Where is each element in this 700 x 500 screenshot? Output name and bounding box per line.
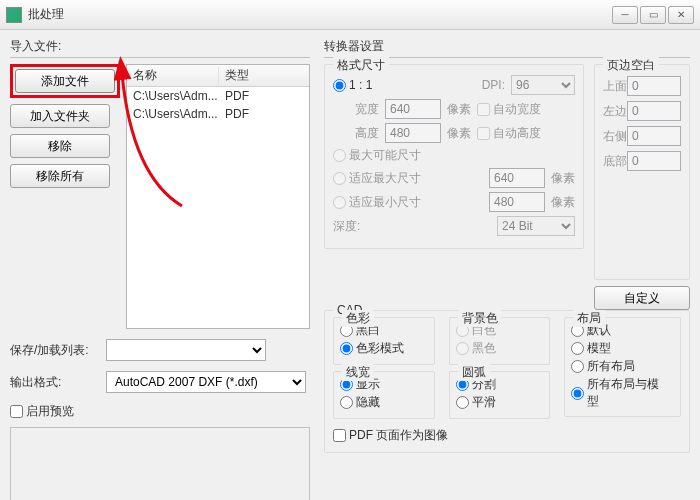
remove-button[interactable]: 移除 [10,134,110,158]
window-title: 批处理 [28,6,610,23]
height-input[interactable] [385,123,441,143]
auto-width-check[interactable]: 自动宽度 [477,101,541,118]
format-group: 格式尺寸 1 : 1 DPI: 96 宽度 像素 自动宽度 高度 [324,64,584,249]
width-input[interactable] [385,99,441,119]
max-possible[interactable]: 最大可能尺寸 [333,147,421,164]
col-type[interactable]: 类型 [219,67,309,84]
converter-label: 转换器设置 [324,38,690,55]
pdf-as-image-check[interactable]: PDF 页面作为图像 [333,427,448,444]
import-label: 导入文件: [10,38,310,55]
list-header: 名称 类型 [127,65,309,87]
margin-right[interactable] [627,126,681,146]
layout-all[interactable]: 所有布局 [571,358,635,375]
col-name[interactable]: 名称 [127,67,219,84]
file-list[interactable]: 名称 类型 C:\Users\Adm... PDF C:\Users\Adm..… [126,64,310,329]
layout-model[interactable]: 模型 [571,340,611,357]
dpi-combo[interactable]: 96 [511,75,575,95]
cad-group: CAD 色彩 黑白 色彩模式 线宽 显示 隐藏 背景色 [324,310,690,453]
arc-smooth[interactable]: 平滑 [456,394,496,411]
ratio-1-1[interactable]: 1 : 1 [333,78,372,92]
list-item[interactable]: C:\Users\Adm... PDF [127,105,309,123]
highlight-add-file: 添加文件 [10,64,120,98]
app-icon [6,7,22,23]
save-list-label: 保存/加载列表: [10,342,100,359]
add-file-button[interactable]: 添加文件 [15,69,115,93]
fit-min[interactable]: 适应最小尺寸 [333,194,421,211]
list-item[interactable]: C:\Users\Adm... PDF [127,87,309,105]
layout-all-model[interactable]: 所有布局与模型 [571,376,666,410]
margin-bottom[interactable] [627,151,681,171]
linew-hide[interactable]: 隐藏 [340,394,380,411]
auto-height-check[interactable]: 自动高度 [477,125,541,142]
minimize-button[interactable]: ─ [612,6,638,24]
remove-all-button[interactable]: 移除所有 [10,164,110,188]
custom-button[interactable]: 自定义 [594,286,690,310]
add-folder-button[interactable]: 加入文件夹 [10,104,110,128]
preview-pane [10,427,310,500]
bg-black[interactable]: 黑色 [456,340,496,357]
depth-combo[interactable]: 24 Bit [497,216,575,236]
titlebar: 批处理 ─ ▭ ✕ [0,0,700,30]
save-list-combo[interactable] [106,339,266,361]
close-button[interactable]: ✕ [668,6,694,24]
enable-preview-checkbox[interactable]: 启用预览 [10,403,74,420]
color-mode[interactable]: 色彩模式 [340,340,404,357]
output-format-label: 输出格式: [10,374,100,391]
margin-top[interactable] [627,76,681,96]
maximize-button[interactable]: ▭ [640,6,666,24]
output-format-combo[interactable]: AutoCAD 2007 DXF (*.dxf) [106,371,306,393]
fit-max[interactable]: 适应最大尺寸 [333,170,421,187]
margin-left[interactable] [627,101,681,121]
margins-group: 页边空白 上面 左边 右侧 底部 [594,64,690,280]
